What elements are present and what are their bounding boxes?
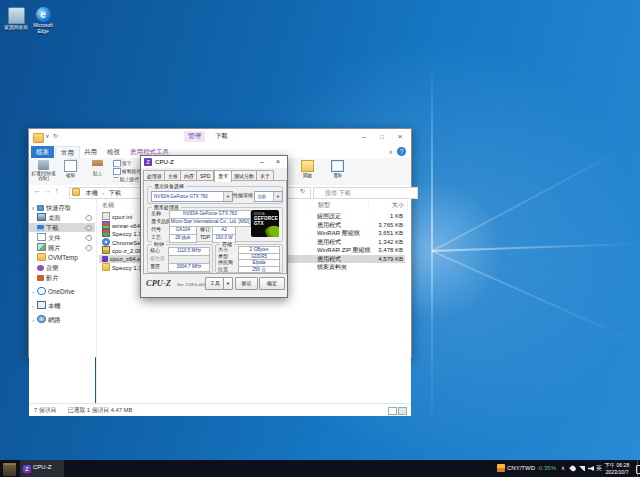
select-icon: [331, 160, 344, 172]
forward-icon[interactable]: →: [44, 187, 51, 194]
network-tray-icon[interactable]: [579, 466, 585, 471]
nav-ovmtemp[interactable]: OVMTemp: [29, 253, 95, 262]
back-icon[interactable]: ←: [34, 187, 41, 194]
wallpaper-light-beam: [432, 142, 636, 252]
close-button[interactable]: ×: [391, 130, 409, 144]
qat-new-folder-icon[interactable]: ↻: [53, 132, 58, 139]
column-header-type[interactable]: 類型: [315, 201, 369, 210]
location-tray-icon[interactable]: [569, 465, 577, 473]
taskbar-clock[interactable]: 下午 06:28 2023/10/7: [601, 462, 633, 475]
select-button[interactable]: 選取: [325, 159, 350, 183]
cpuz-file-icon: [102, 256, 108, 262]
nav-videos[interactable]: 影片: [29, 273, 95, 282]
rar-file-icon: [102, 229, 110, 237]
wallpaper-light-beam: [432, 243, 640, 252]
minimize-button[interactable]: –: [254, 156, 270, 168]
nav-desktop[interactable]: 桌面: [29, 213, 95, 222]
open-icon: [301, 160, 314, 172]
selection-status: 已選取 1 個項目 4.47 MB: [68, 407, 132, 413]
chevron-down-icon[interactable]: ▼: [273, 192, 282, 201]
stock-change: -0.35%: [537, 465, 556, 471]
paste-shortcut-button[interactable]: 貼上捷徑: [113, 176, 139, 183]
chrome-installer-icon: [102, 238, 110, 246]
folder-icon: [102, 263, 110, 271]
refresh-icon[interactable]: ↻: [300, 187, 305, 194]
clocks-group: 时钟 核心 1110.5 MHz 着色器 显存 3004.7 MHz: [147, 244, 213, 273]
nav-documents[interactable]: 文件: [29, 233, 95, 242]
desktop-icon-label: Microsoft Edge: [28, 23, 58, 34]
paste-shortcut-icon: [113, 177, 119, 182]
help-icon[interactable]: ?: [397, 147, 406, 156]
chevron-down-icon[interactable]: ▼: [223, 192, 232, 201]
cut-icon: [113, 160, 121, 167]
copy-button[interactable]: 複製: [58, 159, 83, 183]
nav-downloads[interactable]: 下載: [29, 223, 95, 232]
open-button[interactable]: 開啟: [295, 159, 320, 183]
ok-button[interactable]: 确定: [259, 277, 285, 290]
zip-file-icon: [102, 246, 110, 254]
tools-button[interactable]: 工具: [205, 277, 225, 290]
copy-path-button[interactable]: 複製路徑: [113, 168, 141, 175]
cpuz-window-title: CPU-Z: [155, 158, 174, 165]
cpuz-version: Ver. 2.08.0.x64: [177, 282, 205, 287]
nav-this-pc[interactable]: ›本機: [29, 301, 95, 310]
nav-pictures[interactable]: 圖片: [29, 243, 95, 252]
winrar-installer-icon: [102, 221, 110, 229]
breadcrumb-root[interactable]: 本機: [83, 190, 101, 196]
edge-icon: e: [36, 7, 51, 22]
nav-onedrive[interactable]: ›OneDrive: [29, 287, 95, 296]
nav-quick-access[interactable]: ∨快速存取: [29, 203, 95, 212]
up-icon[interactable]: ↑: [55, 187, 59, 194]
pin-icon: [85, 214, 93, 222]
close-button[interactable]: ×: [270, 156, 286, 168]
cpuz-titlebar[interactable]: Z CPU-Z – ×: [141, 156, 287, 168]
file-explorer-taskbar-button[interactable]: [3, 463, 16, 476]
clock-date: 2023/10/7: [601, 469, 633, 476]
screen: 資源回收筒 e Microsoft Edge ∨ ↻ 管理 下載 – □ × 檔…: [0, 0, 640, 477]
volume-tray-icon[interactable]: [588, 466, 594, 471]
tools-dropdown-icon[interactable]: ▼: [223, 277, 233, 290]
explorer-window-title: 下載: [215, 132, 228, 141]
desktop-icon-recycle-bin[interactable]: 資源回收筒: [1, 7, 31, 31]
view-details-icon[interactable]: [388, 407, 397, 415]
news-interests-widget[interactable]: CNY/TWD-0.35%: [497, 460, 556, 477]
navigation-pane: ∨快速存取 桌面 下載 文件 圖片 OVMTemp 音樂 影片 ›OneDriv…: [29, 199, 95, 403]
gpu-technology-field: 28 纳米: [169, 234, 197, 243]
column-header-size[interactable]: 大小: [367, 201, 408, 210]
taskbar: ZCPU-Z CNY/TWD-0.35% ∧ 英 下午 06:28 2023/1…: [0, 460, 640, 477]
cpuz-taskbar-button[interactable]: ZCPU-Z: [20, 460, 64, 477]
display-device-select[interactable]: NVIDIA GeForce GTX 760 ▼: [151, 191, 233, 202]
cpuz-app-icon: Z: [144, 158, 152, 166]
nav-network[interactable]: ›網路: [29, 315, 95, 324]
tab-graphics[interactable]: 显卡: [214, 170, 232, 182]
view-thumbnails-icon[interactable]: [398, 407, 407, 415]
tab-file[interactable]: 檔案: [31, 146, 54, 158]
breadcrumb-current[interactable]: 下載: [106, 190, 124, 196]
nav-music[interactable]: 音樂: [29, 263, 95, 272]
maximize-button[interactable]: □: [373, 130, 391, 144]
copy-path-icon: [113, 168, 121, 175]
tab-view[interactable]: 檢視: [102, 146, 125, 158]
item-count: 7 個項目: [34, 407, 56, 413]
paste-button[interactable]: 貼上: [85, 159, 110, 183]
tab-share[interactable]: 共用: [79, 146, 102, 158]
nvidia-geforce-logo: NVIDIA GEFORCE GTX: [251, 210, 279, 237]
pin-to-quick-access-button[interactable]: 釘選到[快速存取]: [31, 159, 56, 183]
cut-button[interactable]: 剪下: [113, 160, 132, 167]
ribbon-collapse-icon[interactable]: ∧: [389, 148, 393, 155]
perf-level-select[interactable]: 当前 ▼: [254, 191, 283, 202]
folder-icon: [37, 253, 46, 261]
memory-buswidth-field: 256 位: [238, 266, 280, 274]
qat-customize-icon[interactable]: ∨: [45, 132, 49, 139]
hidden-icons-chevron[interactable]: ∧: [559, 460, 567, 477]
desktop-icon-edge[interactable]: e Microsoft Edge: [28, 7, 58, 34]
memory-clock-field: 3004.7 MHz: [168, 263, 210, 272]
clock-time: 下午 06:28: [601, 462, 633, 469]
validate-button[interactable]: 验证: [235, 277, 258, 290]
search-input[interactable]: 搜尋 下載: [313, 187, 418, 199]
explorer-titlebar[interactable]: ∨ ↻ 管理 下載 – □ ×: [29, 129, 411, 146]
breadcrumb-separator: ›: [102, 190, 104, 196]
cpuz-graphics-panel: 显示设备选择 NVIDIA GeForce GTX 760 ▼ 性能等级 当前 …: [143, 180, 287, 274]
cpuz-footer: CPU-Z Ver. 2.08.0.x64 工具 ▼ 验证 确定: [141, 274, 287, 294]
minimize-button[interactable]: –: [355, 130, 373, 144]
